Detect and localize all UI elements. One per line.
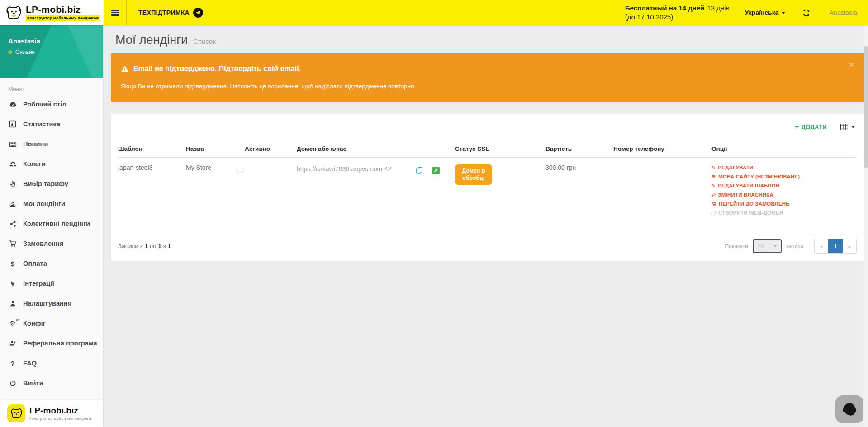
change-owner-link[interactable]: ⇄ ЗМІНИТИ ВЛАСНИКА bbox=[711, 192, 857, 197]
gears-icon: ⚙⚙ bbox=[8, 320, 17, 326]
resend-confirmation-link[interactable]: Натисніть це посилання, щоб надіслати пі… bbox=[230, 83, 414, 90]
edit-template-link[interactable]: ✎ РЕДАГУВАТИ ШАБЛОН bbox=[711, 183, 857, 188]
language-selector[interactable]: Українська bbox=[735, 9, 794, 16]
edit-link[interactable]: ✎ РЕДАГУВАТИ bbox=[711, 165, 857, 170]
tech-support-link[interactable]: ТЕХПІДТРИМКА bbox=[127, 0, 215, 25]
cell-price: 300.00 грн bbox=[545, 164, 613, 171]
brand-tagline: Конструктор мобильных лендингов bbox=[26, 15, 100, 21]
sidebar-item-collective-landings[interactable]: Колективні лендінги bbox=[0, 214, 103, 234]
headset-icon bbox=[841, 401, 858, 418]
page-size-value: 20 bbox=[757, 243, 764, 249]
question-icon: ? bbox=[8, 360, 17, 367]
brand-name: LP-mobi.biz bbox=[29, 406, 92, 416]
ssl-status-badge: Домен в обробці bbox=[455, 164, 492, 185]
dashboard-icon bbox=[8, 101, 17, 108]
table-toolbar: + ДОДАТИ bbox=[118, 120, 857, 134]
sidebar-item-label: Мої лендінги bbox=[23, 200, 65, 207]
sidebar-item-my-landings[interactable]: Мої лендінги bbox=[0, 194, 103, 214]
sidebar-item-orders[interactable]: Замовлення bbox=[0, 234, 103, 254]
page-size-select[interactable]: 20 bbox=[753, 239, 782, 253]
sidebar-item-label: Конфіг bbox=[23, 320, 46, 327]
column-header-template: Шаблон bbox=[118, 145, 186, 152]
copy-icon[interactable] bbox=[416, 167, 423, 176]
app-window: LP-mobi.biz Конструктор мобильных лендин… bbox=[0, 0, 868, 427]
sidebar-item-label: Налаштування bbox=[23, 300, 71, 307]
cart-icon bbox=[8, 240, 17, 248]
close-icon[interactable]: × bbox=[849, 60, 854, 69]
topbar: LP-mobi.biz Конструктор мобильных лендин… bbox=[0, 0, 868, 25]
records-label: записи bbox=[786, 243, 803, 249]
dog-mascot-icon bbox=[5, 4, 23, 22]
sidebar-item-config[interactable]: ⚙⚙ Конфіг bbox=[0, 313, 103, 333]
sidebar-item-tariff[interactable]: Вибір тарифу bbox=[0, 174, 103, 194]
email-warning-banner: Email не підтверджено. Підтвердіть свій … bbox=[111, 53, 864, 102]
users-icon bbox=[8, 160, 17, 168]
trial-plan-name: Бесплатный на 14 дней bbox=[625, 4, 704, 12]
site-language-link[interactable]: ⚑ МОВА САЙТУ (НЕЗМІНЮВАНЕ) bbox=[711, 174, 857, 179]
warning-icon bbox=[121, 65, 129, 72]
plus-icon: + bbox=[795, 123, 799, 130]
sidebar-item-integrations[interactable]: Інтеграції bbox=[0, 273, 103, 293]
sidebar-item-label: Оплата bbox=[23, 260, 47, 267]
cart-icon bbox=[711, 202, 716, 206]
sidebar-item-dashboard[interactable]: Робочий стіл bbox=[0, 94, 103, 114]
profile-name: Anastasia bbox=[8, 37, 103, 45]
sidebar-footer-logo[interactable]: LP-mobi.biz Конструктор мобільних лендін… bbox=[0, 400, 103, 427]
dog-mascot-icon bbox=[7, 404, 25, 422]
user-menu[interactable]: Anastasia bbox=[819, 9, 868, 16]
column-header-active: Активно bbox=[245, 145, 297, 152]
column-header-name: Назва bbox=[186, 145, 245, 152]
sidebar-item-faq[interactable]: ? FAQ bbox=[0, 353, 103, 373]
sidebar-item-payment[interactable]: $ Оплата bbox=[0, 254, 103, 273]
create-web-domain-link: СТВОРИТИ WEB-ДОМЕН bbox=[711, 210, 857, 216]
sidebar-item-label: Вибір тарифу bbox=[23, 180, 68, 187]
page-1-button[interactable]: 1 bbox=[828, 239, 843, 253]
cell-options: ✎ РЕДАГУВАТИ ⚑ МОВА САЙТУ (НЕЗМІНЮВАНЕ) … bbox=[711, 164, 857, 216]
sidebar-item-referral[interactable]: Реферальна програма bbox=[0, 333, 103, 353]
chevron-down-icon bbox=[782, 12, 785, 14]
sidebar-item-statistics[interactable]: Статистика bbox=[0, 114, 103, 134]
sidebar-item-label: Колеги bbox=[23, 160, 46, 168]
sidebar-item-label: Статистика bbox=[23, 120, 60, 128]
landings-table-card: + ДОДАТИ Шаблон Назва Активно Домен або … bbox=[111, 114, 864, 261]
add-landing-button[interactable]: + ДОДАТИ bbox=[795, 123, 827, 130]
sidebar-item-settings[interactable]: Налаштування bbox=[0, 293, 103, 313]
support-chat-button[interactable] bbox=[835, 395, 863, 423]
sidebar-item-label: Реферальна програма bbox=[23, 340, 97, 347]
go-to-orders-link[interactable]: ПЕРЕЙТИ ДО ЗАМОВЛЕНЬ bbox=[711, 201, 857, 206]
column-visibility-button[interactable] bbox=[840, 124, 857, 130]
sidebar-item-colleagues[interactable]: Колеги bbox=[0, 154, 103, 174]
vertical-scrollbar[interactable] bbox=[864, 25, 868, 427]
column-header-phone: Номер телефону bbox=[613, 145, 711, 152]
option-label: ЗМІНИТИ ВЛАСНИКА bbox=[718, 192, 773, 197]
column-header-domain: Домен або аліас bbox=[297, 145, 455, 152]
column-header-options: Опції bbox=[711, 145, 857, 152]
exchange-icon: ⇄ bbox=[711, 192, 716, 197]
main-content: Мої лендінги Список Email не підтверджен… bbox=[104, 25, 868, 427]
page-title: Мої лендінги bbox=[115, 33, 188, 47]
refresh-button[interactable] bbox=[795, 9, 818, 17]
domain-input[interactable]: https://cakawi7636-aupvs-com-42 bbox=[297, 164, 404, 176]
open-site-button[interactable] bbox=[432, 167, 440, 174]
chevron-down-icon bbox=[773, 245, 777, 247]
sidebar-item-news[interactable]: Новини bbox=[0, 134, 103, 154]
bar-chart-icon bbox=[8, 120, 17, 128]
user-plus-icon bbox=[8, 340, 17, 347]
brand-logo[interactable]: LP-mobi.biz Конструктор мобильных лендин… bbox=[0, 0, 104, 25]
prev-page-button[interactable]: « bbox=[815, 239, 828, 253]
topbar-right: Бесплатный на 14 дней13 днів (до 17.10.2… bbox=[625, 0, 868, 25]
hand-pointer-icon bbox=[8, 181, 17, 187]
table-header-row: Шаблон Назва Активно Домен або аліас Ста… bbox=[118, 140, 857, 158]
edit-icon: ✎ bbox=[711, 183, 716, 188]
scrollbar-thumb[interactable] bbox=[864, 46, 868, 168]
brand-name: LP-mobi.biz bbox=[26, 5, 100, 14]
plug-icon bbox=[8, 280, 17, 287]
hamburger-menu-button[interactable] bbox=[104, 0, 126, 25]
sidebar-item-label: Колективні лендінги bbox=[23, 220, 90, 227]
column-header-price: Вартість bbox=[545, 145, 613, 152]
next-page-button[interactable]: » bbox=[843, 239, 856, 253]
grid-icon bbox=[840, 124, 848, 130]
sidebar-item-logout[interactable]: Вийти bbox=[0, 373, 103, 393]
option-label: РЕДАГУВАТИ bbox=[718, 165, 753, 170]
pagination: « 1 » bbox=[814, 239, 857, 254]
